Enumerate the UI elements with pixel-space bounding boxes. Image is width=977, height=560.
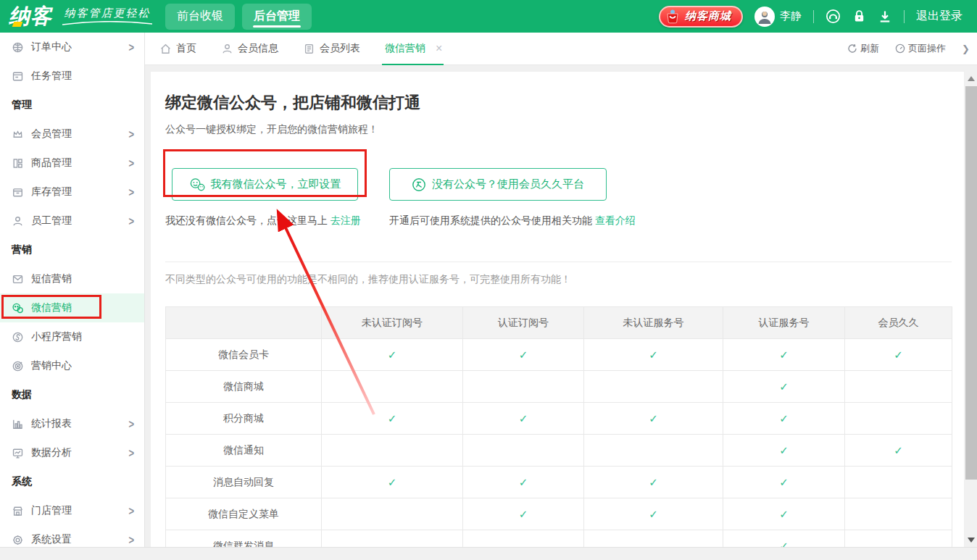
check-icon: ✓ — [463, 498, 584, 530]
tab-会员列表[interactable]: 会员列表 — [303, 33, 360, 65]
sidebar-item-goods[interactable]: 商品管理> — [0, 149, 144, 177]
goods-icon — [12, 157, 24, 170]
chevron-right-icon: > — [128, 156, 134, 170]
sidebar-item-chart[interactable]: 统计报表> — [0, 409, 144, 438]
mall-badge-label: 纳客商城 — [685, 9, 731, 23]
vertical-scrollbar — [965, 70, 977, 547]
nav-front-cashier-button[interactable]: 前台收银 — [165, 4, 235, 30]
slogan-text: 纳客管店更轻松 — [65, 7, 151, 20]
sidebar-item-store[interactable]: 门店管理> — [0, 496, 144, 525]
tab-微信营销[interactable]: 微信营销× — [385, 33, 442, 65]
tab-会员信息[interactable]: 会员信息 — [221, 33, 278, 65]
check-icon: ✓ — [723, 371, 845, 403]
table-row: 微信自定义菜单✓✓✓ — [166, 498, 952, 530]
refresh-button[interactable]: 刷新 — [847, 42, 879, 55]
sidebar-item-label: 数据分析 — [31, 446, 72, 459]
tabbar-more-chevron[interactable]: ❯ — [962, 43, 970, 54]
divider — [813, 10, 814, 23]
empty-cell — [845, 530, 952, 548]
use-huiyuanjiujiu-button[interactable]: 没有公众号？使用会员久久平台 — [389, 168, 607, 201]
check-icon: ✓ — [845, 339, 952, 371]
sidebar-item-crown[interactable]: 会员管理> — [0, 120, 144, 149]
gear-icon — [12, 534, 24, 546]
sidebar-item-label: 任务管理 — [31, 70, 72, 83]
sidebar-item-tasks[interactable]: 任务管理 — [0, 62, 144, 91]
go-register-link[interactable]: 去注册 — [330, 214, 361, 226]
miniprogram-icon — [12, 331, 24, 343]
nav-backend-manage-button[interactable]: 后台管理 — [242, 4, 312, 30]
intro-helper-text: 开通后可使用系统提供的公众号使用相关功能 — [389, 214, 595, 226]
empty-cell — [845, 371, 952, 403]
refresh-label: 刷新 — [860, 42, 879, 55]
support-icon[interactable] — [826, 9, 841, 24]
user-menu[interactable]: 李静 — [754, 7, 802, 27]
tab-bar: 首页会员信息会员列表微信营销× 刷新 页面操作 ❯ — [145, 33, 977, 65]
view-intro-link[interactable]: 查看介绍 — [595, 214, 636, 226]
table-header-row: 未认证订阅号认证订阅号未认证服务号认证服务号会员久久 — [166, 307, 952, 339]
home-icon — [159, 43, 172, 55]
empty-cell — [463, 530, 584, 548]
feature-label: 微信自定义菜单 — [166, 498, 322, 530]
table-header-cell: 未认证订阅号 — [322, 307, 463, 339]
feature-label: 微信商城 — [166, 371, 322, 403]
feature-label: 微信群发消息 — [166, 530, 322, 548]
check-icon: ✓ — [322, 339, 463, 371]
have-official-account-label: 我有微信公众号，立即设置 — [211, 177, 341, 191]
check-icon: ✓ — [723, 435, 845, 467]
lock-icon[interactable] — [852, 9, 866, 23]
chevron-right-icon: > — [128, 214, 134, 228]
shopping-bag-icon — [665, 9, 681, 25]
page-operations-label: 页面操作 — [908, 42, 946, 55]
logout-button[interactable]: 退出登录 — [916, 9, 963, 24]
tab-首页[interactable]: 首页 — [159, 33, 196, 65]
tab-label: 首页 — [176, 42, 196, 55]
table-row: 积分商城✓✓✓✓ — [166, 403, 952, 435]
scrollbar-thumb[interactable] — [965, 86, 977, 480]
sidebar-item-mail[interactable]: 短信营销 — [0, 264, 144, 293]
sidebar-item-label: 系统设置 — [31, 533, 72, 546]
chevron-right-icon: > — [128, 127, 134, 141]
sidebar-item-target[interactable]: 营销中心 — [0, 351, 144, 380]
tasks-icon — [12, 70, 24, 83]
content-card: 绑定微信公众号，把店铺和微信打通 公众号一键授权绑定，开启您的微信营销旅程！ 我… — [151, 72, 964, 547]
sidebar-item-label: 小程序营销 — [31, 330, 82, 343]
sidebar-item-gear[interactable]: 系统设置> — [0, 525, 144, 547]
bind-options-row: 我有微信公众号，立即设置 没有公众号？使用会员久久平台 — [165, 168, 964, 201]
sidebar-item-miniprogram[interactable]: 小程序营销 — [0, 322, 144, 351]
sidebar-item-wechat[interactable]: 微信营销 — [0, 293, 144, 322]
chevron-right-icon: > — [128, 446, 134, 460]
table-header-cell: 认证订阅号 — [463, 307, 584, 339]
sidebar-item-label: 营销中心 — [31, 359, 72, 372]
empty-cell — [584, 530, 723, 548]
page-operations-icon — [895, 43, 905, 54]
check-icon: ✓ — [584, 339, 723, 371]
scroll-up-arrow[interactable] — [968, 76, 975, 81]
chevron-right-icon: > — [128, 532, 134, 547]
scroll-down-arrow[interactable] — [968, 538, 975, 543]
sidebar-item-staff[interactable]: 员工管理> — [0, 206, 144, 235]
empty-cell — [845, 403, 952, 435]
staff-icon — [12, 215, 24, 227]
main-column: 首页会员信息会员列表微信营销× 刷新 页面操作 ❯ — [145, 33, 977, 547]
user-icon — [221, 43, 233, 55]
page-operations-button[interactable]: 页面操作 — [895, 42, 946, 55]
mall-badge[interactable]: 纳客商城 — [659, 6, 743, 28]
sidebar-item-box[interactable]: 库存管理> — [0, 177, 144, 206]
helper-row: 我还没有微信公众号，点击这里马上 去注册 开通后可使用系统提供的公众号使用相关功… — [165, 214, 964, 227]
check-icon: ✓ — [723, 498, 845, 530]
logo-slogan: 纳客管店更轻松 — [61, 7, 154, 27]
check-icon: ✓ — [723, 467, 845, 498]
close-icon[interactable]: × — [436, 42, 442, 55]
empty-cell — [322, 498, 463, 530]
have-official-account-button[interactable]: 我有微信公众号，立即设置 — [172, 168, 358, 201]
tab-label: 会员列表 — [320, 42, 360, 55]
sidebar-item-globe[interactable]: 订单中心> — [0, 33, 144, 62]
sidebar-item-monitor[interactable]: 数据分析> — [0, 438, 144, 467]
sidebar-item-label: 库存管理 — [31, 185, 72, 198]
header-nav: 前台收银 后台管理 — [165, 0, 312, 33]
crown-icon — [12, 128, 24, 141]
empty-cell — [322, 371, 463, 403]
download-icon[interactable] — [878, 9, 892, 24]
chevron-right-icon: > — [128, 185, 134, 199]
check-icon: ✓ — [584, 498, 723, 530]
